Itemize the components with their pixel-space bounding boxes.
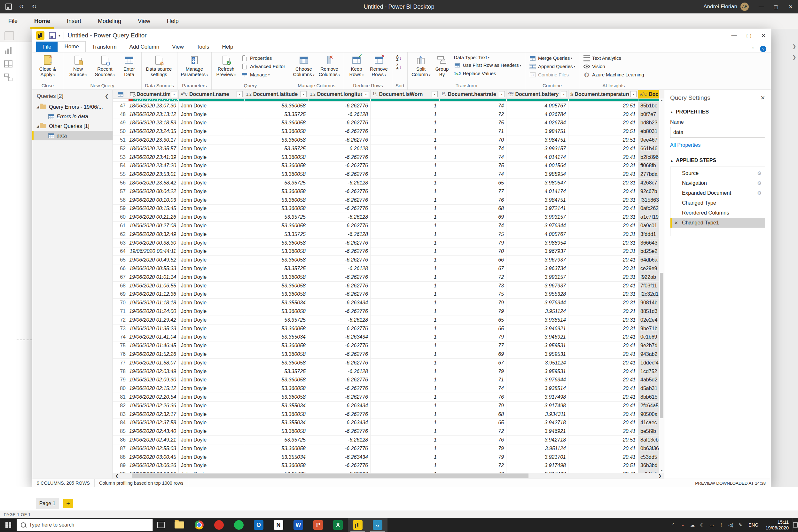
table-cell[interactable]: 1 <box>370 127 439 136</box>
table-cell[interactable]: 19/06/2020 01:46:45 <box>128 341 179 350</box>
table-cell[interactable]: 65 <box>439 316 507 324</box>
table-cell[interactable]: 20.31 <box>568 179 638 187</box>
row-number[interactable]: 49 <box>113 119 128 127</box>
row-number[interactable]: 57 <box>113 187 128 196</box>
table-cell[interactable]: 1cd752 <box>638 367 659 376</box>
table-cell[interactable]: 79 <box>439 333 507 341</box>
tray-volume-icon[interactable]: ◁) <box>726 518 736 532</box>
table-cell[interactable]: 53.360058 <box>244 119 308 127</box>
table-cell[interactable]: 20.41 <box>568 359 638 367</box>
table-cell[interactable]: 92c67b <box>638 187 659 196</box>
table-cell[interactable]: 1 <box>370 427 439 435</box>
table-cell[interactable]: 79 <box>439 444 507 453</box>
column-header-Document.heartrate[interactable]: 123Document.heartrate▾ <box>439 90 507 98</box>
split-column-button[interactable]: Split Column▾ <box>410 54 432 78</box>
table-cell[interactable]: 1 <box>370 205 439 213</box>
column-header-Docum[interactable]: ABCDocum <box>638 90 659 98</box>
table-cell[interactable]: 53.360058 <box>244 427 308 435</box>
page-tab[interactable]: Page 1 <box>36 498 59 509</box>
column-header-Document.time[interactable]: Document.time▾ <box>128 90 179 98</box>
table-cell[interactable]: 76 <box>439 196 507 204</box>
table-cell[interactable]: 1 <box>370 461 439 470</box>
table-cell[interactable]: 53.360058 <box>244 256 308 264</box>
language-indicator[interactable]: ENG <box>745 522 762 528</box>
row-number[interactable]: 62 <box>113 230 128 239</box>
table-cell[interactable]: 1 <box>370 119 439 127</box>
tray-cloud-icon[interactable]: ☁ <box>688 518 697 532</box>
table-cell[interactable]: be5f9b <box>638 427 659 435</box>
table-cell[interactable]: -6.262776 <box>308 187 370 196</box>
table-cell[interactable]: John Doyle <box>179 110 244 119</box>
quick-access-caret-icon[interactable]: ▾ <box>58 34 60 38</box>
table-cell[interactable]: f2c32d1 <box>638 290 659 299</box>
taskbar-app-red-app[interactable] <box>209 518 229 532</box>
table-cell[interactable]: John Doyle <box>179 119 244 127</box>
tray-network-icon[interactable]: ⦚ <box>717 518 726 532</box>
pq-tab-help[interactable]: Help <box>215 42 240 52</box>
row-number[interactable]: 63 <box>113 239 128 247</box>
table-cell[interactable]: John Doyle <box>179 264 244 273</box>
table-cell[interactable]: -6.263434 <box>308 299 370 307</box>
table-cell[interactable]: 4ab5d2 <box>638 376 659 384</box>
table-cell[interactable]: 1 <box>370 367 439 376</box>
filter-dropdown-icon[interactable]: ▾ <box>236 91 243 97</box>
table-cell[interactable]: 65 <box>439 324 507 333</box>
table-cell[interactable]: -6.262776 <box>308 384 370 393</box>
data-source-settings-button[interactable]: ⚙ Data source settings <box>144 54 174 78</box>
table-cell[interactable]: 4268c7 <box>638 179 659 187</box>
table-cell[interactable]: 53.35725 <box>244 436 308 444</box>
table-cell[interactable]: 4.001564 <box>507 162 568 170</box>
table-cell[interactable]: 19/06/2020 01:29:42 <box>128 316 179 324</box>
table-cell[interactable]: 53.360058 <box>244 196 308 204</box>
table-cell[interactable]: -6.26128 <box>308 367 370 376</box>
table-cell[interactable]: 277bda <box>638 170 659 178</box>
horizontal-scroll-thumb[interactable] <box>132 474 529 478</box>
table-cell[interactable]: 19/06/2020 02:26:36 <box>128 402 179 410</box>
table-cell[interactable]: 3.967937 <box>507 247 568 256</box>
table-cell[interactable]: 19/06/2020 02:20:54 <box>128 393 179 401</box>
table-cell[interactable]: 76 <box>439 436 507 444</box>
step-settings-gear-icon[interactable]: ⚙ <box>757 180 762 186</box>
table-cell[interactable]: 53.360058 <box>244 153 308 162</box>
table-cell[interactable]: 53.355034 <box>244 453 308 461</box>
table-cell[interactable]: 1 <box>370 453 439 461</box>
table-cell[interactable]: 74 <box>439 102 507 110</box>
table-cell[interactable]: John Doyle <box>179 436 244 444</box>
row-number[interactable]: 84 <box>113 418 128 427</box>
table-cell[interactable]: 1 <box>370 170 439 178</box>
table-cell[interactable]: 53.360058 <box>244 324 308 333</box>
table-cell[interactable]: 8bb615 <box>638 393 659 401</box>
table-cell[interactable]: 20.41 <box>568 350 638 358</box>
table-cell[interactable]: 18/06/2020 23:18:53 <box>128 119 179 127</box>
tray-moon-icon[interactable]: ☾ <box>697 518 707 532</box>
column-header-Document.latitude[interactable]: 1.2Document.latitude▾ <box>244 90 308 98</box>
table-cell[interactable]: 79 <box>439 453 507 461</box>
tray-battery-icon[interactable]: ▭ <box>707 518 717 532</box>
applied-step[interactable]: ✕Changed Type1 <box>670 218 765 228</box>
table-cell[interactable]: 3.967937 <box>507 256 568 264</box>
table-cell[interactable]: 74 <box>439 153 507 162</box>
collapse-queries-pane-icon[interactable]: ❮ <box>104 93 109 99</box>
table-cell[interactable]: 20.41 <box>568 470 638 473</box>
table-cell[interactable]: 19/06/2020 01:12:36 <box>128 290 179 299</box>
collapse-ribbon-icon[interactable]: ⌃ <box>751 46 755 52</box>
filter-dropdown-icon[interactable]: ▾ <box>561 91 567 97</box>
taskbar-app-word[interactable]: W <box>288 518 308 532</box>
table-cell[interactable]: 1 <box>370 110 439 119</box>
taskbar-app-file-explorer[interactable] <box>169 518 189 532</box>
table-cell[interactable]: -6.262776 <box>308 247 370 256</box>
table-cell[interactable]: 1 <box>370 162 439 170</box>
table-cell[interactable]: 18/06/2020 23:30:17 <box>128 136 179 144</box>
table-cell[interactable]: 53.35725 <box>244 367 308 376</box>
table-cell[interactable]: 3.951124 <box>507 444 568 453</box>
taskbar-app-chrome[interactable] <box>189 518 209 532</box>
table-cell[interactable]: 53.355034 <box>244 333 308 341</box>
table-cell[interactable]: 68 <box>439 205 507 213</box>
delete-step-icon[interactable]: ✕ <box>674 220 678 225</box>
table-cell[interactable]: 1 <box>370 145 439 153</box>
use-first-row-as-headers-button[interactable]: Use First Row as Headers▾ <box>452 62 523 69</box>
table-cell[interactable]: 69 <box>439 213 507 221</box>
table-cell[interactable]: 18/06/2020 23:35:57 <box>128 145 179 153</box>
table-cell[interactable]: 3.946921 <box>507 427 568 435</box>
help-icon[interactable]: ? <box>760 46 766 52</box>
